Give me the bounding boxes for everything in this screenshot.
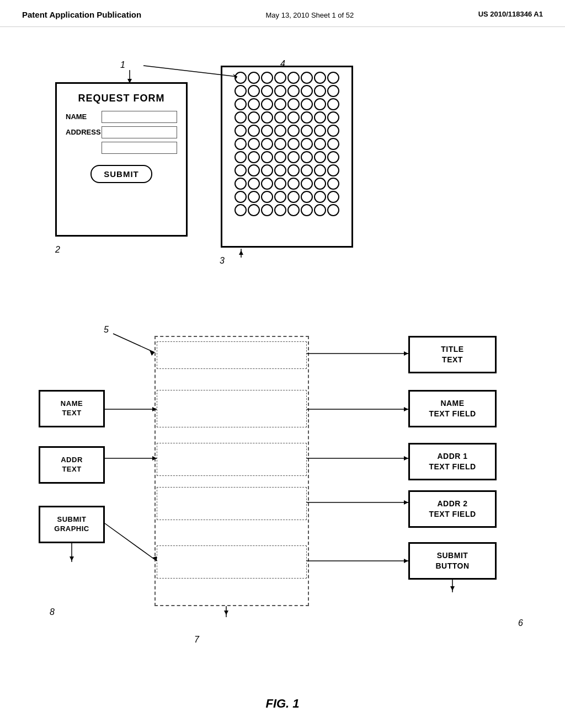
grid-circle: [301, 191, 313, 203]
publication-label: Patent Application Publication: [22, 10, 141, 19]
grid-circle: [327, 98, 339, 110]
name-text-field-box: NAMETEXT FIELD: [408, 390, 497, 427]
dashed-inner-addr2: [157, 487, 307, 520]
grid-circle: [301, 98, 313, 110]
grid-circle: [274, 111, 286, 124]
grid-circle: [301, 125, 313, 137]
address-label: ADDRESS: [66, 128, 102, 136]
grid-circle: [261, 72, 273, 84]
label-2: 2: [55, 245, 60, 255]
page-header: Patent Application Publication May 13, 2…: [0, 0, 565, 27]
svg-marker-27: [450, 586, 455, 591]
svg-line-6: [113, 334, 154, 352]
grid-circle: [327, 138, 339, 150]
request-form-box: REQUEST FORM NAME ADDRESS SUBMIT: [55, 82, 188, 237]
name-text-box: NAMETEXT: [39, 390, 105, 427]
submit-button[interactable]: SUBMIT: [90, 165, 152, 183]
grid-circle: [261, 178, 273, 190]
grid-circle: [234, 204, 247, 216]
label-5: 5: [104, 325, 109, 335]
grid-circle: [314, 111, 326, 124]
grid-circle: [261, 191, 273, 203]
grid-circle: [274, 191, 286, 203]
request-form-title: REQUEST FORM: [57, 93, 186, 104]
grid-circle: [327, 151, 339, 163]
name-label: NAME: [66, 113, 102, 121]
grid-circle: [287, 164, 300, 176]
grid-row: [227, 111, 347, 124]
grid-circle: [287, 111, 300, 124]
svg-marker-25: [224, 611, 228, 615]
grid-circle: [274, 85, 286, 97]
name-input[interactable]: [102, 111, 177, 123]
grid-circle: [274, 72, 286, 84]
grid-row: [227, 72, 347, 84]
submit-button-box: SUBMITBUTTON: [408, 542, 497, 580]
grid-circle: [261, 164, 273, 176]
grid-circle: [261, 204, 273, 216]
grid-circle: [301, 178, 313, 190]
grid-circle: [301, 111, 313, 124]
grid-circle: [301, 138, 313, 150]
grid-circle: [261, 85, 273, 97]
dashed-inner-name: [157, 390, 307, 427]
grid-circle: [314, 151, 326, 163]
grid-circle: [327, 111, 339, 124]
grid-circle: [261, 98, 273, 110]
svg-marker-7: [150, 350, 154, 356]
svg-marker-11: [404, 407, 408, 411]
grid-circle: [248, 151, 260, 163]
grid-circle: [274, 204, 286, 216]
grid-circle: [234, 72, 247, 84]
grid-row: [227, 204, 347, 216]
grid-circle: [234, 85, 247, 97]
grid-circle: [314, 204, 326, 216]
grid-circle: [314, 164, 326, 176]
sheet-info: May 13, 2010 Sheet 1 of 52: [266, 10, 354, 21]
svg-marker-17: [404, 559, 408, 563]
grid-circle: [248, 72, 260, 84]
grid-circle: [248, 178, 260, 190]
svg-marker-29: [70, 556, 74, 561]
dashed-inner-addr1: [157, 443, 307, 476]
grid-circle: [314, 85, 326, 97]
page-content: 1 2 3 4 REQUEST FORM NAME ADDRESS SUBMIT: [0, 27, 565, 722]
address-input-2[interactable]: [102, 142, 177, 154]
grid-circle: [274, 164, 286, 176]
top-diagram: 1 2 3 4 REQUEST FORM NAME ADDRESS SUBMIT: [22, 49, 541, 292]
addr1-text-field-box: ADDR 1TEXT FIELD: [408, 443, 497, 480]
grid-circle: [274, 125, 286, 137]
grid-circle: [327, 178, 339, 190]
grid-circle: [327, 125, 339, 137]
grid-circle: [234, 164, 247, 176]
submit-graphic-box: SUBMITGRAPHIC: [39, 506, 105, 543]
grid-circle: [234, 151, 247, 163]
grid-circle: [287, 85, 300, 97]
bottom-diagram: 5 6 7 8 TITLETEXT NAMETEXT FIELD ADDR 1T…: [22, 308, 541, 667]
grid-circle: [261, 125, 273, 137]
grid-circle: [261, 138, 273, 150]
label-8: 8: [50, 607, 55, 617]
addr-text-box: ADDRTEXT: [39, 446, 105, 484]
grid-circle: [274, 98, 286, 110]
svg-marker-5: [239, 250, 243, 255]
grid-circle: [314, 138, 326, 150]
patent-number: US 2010/118346 A1: [478, 10, 543, 18]
grid-circle: [274, 138, 286, 150]
grid-circle: [234, 111, 247, 124]
grid-circle: [301, 85, 313, 97]
grid-circle: [287, 72, 300, 84]
grid-row: [227, 98, 347, 110]
grid-circle: [274, 151, 286, 163]
grid-circle: [274, 178, 286, 190]
grid-circle: [248, 125, 260, 137]
grid-row: [227, 191, 347, 203]
grid-circle: [248, 204, 260, 216]
grid-circle: [234, 191, 247, 203]
address-input-1[interactable]: [102, 126, 177, 138]
grid-circle: [327, 164, 339, 176]
grid-circle: [234, 125, 247, 137]
grid-circle: [248, 85, 260, 97]
grid-circle: [327, 204, 339, 216]
grid-row: [227, 164, 347, 176]
